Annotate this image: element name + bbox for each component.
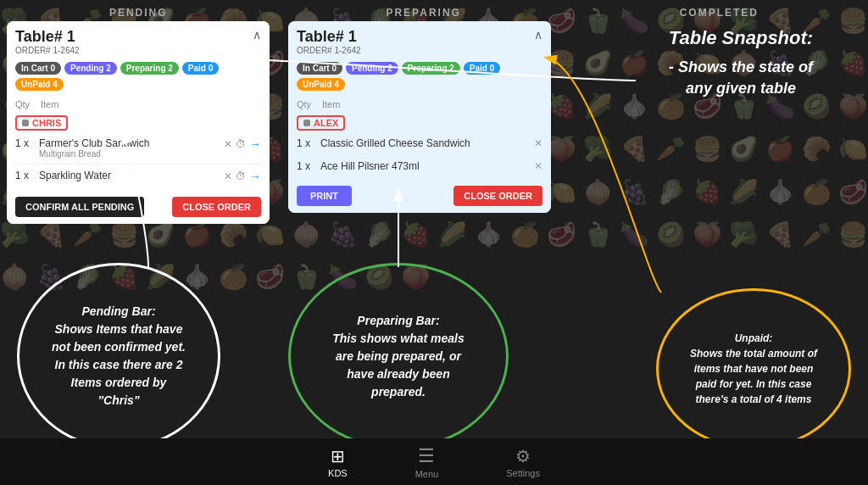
server-dot — [22, 120, 29, 126]
preparing-item-2-name: Ace Hill Pilsner 473ml — [320, 160, 534, 172]
print-button[interactable]: PRINT — [297, 186, 352, 206]
pending-card-title-block: Table# 1 ORDER# 1-2642 — [15, 28, 80, 55]
pending-divider — [15, 164, 261, 164]
bottom-navigation: ⊞ KDS ☰ Menu ⚙ Settings — [0, 438, 868, 485]
preparing-item-2: 1 x Ace Hill Pilsner 473ml ✕ — [297, 159, 542, 174]
preparing-card-chevron[interactable]: ∧ — [534, 28, 542, 42]
kds-label: KDS — [328, 468, 348, 478]
top-labels-bar: PENDING PREPARING COMPLETED — [0, 7, 868, 19]
preparing-card-footer: PRINT CLOSE ORDER — [288, 179, 551, 213]
annotation-unpaid-text: Unpaid:Shows the total amount ofitems th… — [690, 331, 817, 407]
pending-item-2-forward[interactable]: → — [249, 170, 261, 183]
preparing-badge-paid[interactable]: Paid 0 — [464, 62, 500, 75]
annotation-snapshot: Table Snapshot: - Shows the state ofany … — [631, 25, 851, 99]
pending-card-order: ORDER# 1-2642 — [15, 46, 80, 55]
badge-paid[interactable]: Paid 0 — [182, 62, 219, 75]
label-pending: PENDING — [109, 7, 168, 19]
preparing-item-1-actions: ✕ — [534, 137, 542, 149]
preparing-server-dot — [303, 120, 310, 126]
pending-item-2: 1 x Sparkling Water ✕ ⏱ → — [15, 168, 261, 185]
nav-kds[interactable]: ⊞ KDS — [328, 446, 348, 478]
badge-incart[interactable]: In Cart 0 — [15, 62, 61, 75]
annotation-pending-text: Pending Bar:Shows Items that havenot bee… — [52, 303, 186, 410]
preparing-server-tag: ALEX — [297, 115, 345, 131]
preparing-divider — [297, 154, 542, 155]
preparing-card: Table# 1 ORDER# 1-2642 ∧ In Cart 0 Pendi… — [288, 21, 551, 213]
preparing-badge-unpaid[interactable]: UnPaid 4 — [297, 78, 345, 91]
preparing-badge-preparing[interactable]: Preparing 2 — [402, 62, 460, 75]
badge-unpaid[interactable]: UnPaid 4 — [15, 78, 64, 91]
kds-icon: ⊞ — [331, 446, 345, 466]
preparing-item-2-remove[interactable]: ✕ — [534, 160, 542, 172]
preparing-card-header: Table# 1 ORDER# 1-2642 ∧ — [288, 21, 551, 59]
col-qty-label: Qty — [15, 99, 41, 109]
preparing-card-title: Table# 1 — [297, 28, 361, 46]
pending-card-header: Table# 1 ORDER# 1-2642 ∧ — [7, 21, 270, 59]
badge-pending[interactable]: Pending 2 — [64, 62, 117, 75]
nav-settings[interactable]: ⚙ Settings — [506, 446, 540, 478]
preparing-col-item-label: Item — [322, 99, 542, 109]
settings-icon: ⚙ — [515, 446, 531, 466]
label-completed: COMPLETED — [680, 7, 759, 19]
pending-table-content: Qty Item CHRIS 1 x Farmer's Club Sandwic… — [7, 96, 270, 190]
pending-card-chevron[interactable]: ∧ — [253, 28, 261, 42]
snapshot-title: Table Snapshot: — [631, 25, 851, 52]
pending-status-bar: In Cart 0 Pending 2 Preparing 2 Paid 0 U… — [7, 59, 270, 96]
preparing-item-1-qty: 1 x — [297, 137, 320, 149]
pending-item-2-timer[interactable]: ⏱ — [236, 170, 246, 182]
pending-item-2-qty: 1 x — [15, 170, 39, 181]
label-preparing: PREPARING — [386, 7, 460, 19]
preparing-close-order-button[interactable]: CLOSE ORDER — [453, 186, 542, 206]
pending-item-1-name: Farmer's Club Sandwich — [39, 137, 224, 149]
menu-icon: ☰ — [418, 445, 435, 467]
preparing-item-1-remove[interactable]: ✕ — [534, 137, 542, 149]
badge-preparing[interactable]: Preparing 2 — [120, 62, 179, 75]
pending-col-headers: Qty Item — [15, 99, 261, 111]
pending-item-2-remove[interactable]: ✕ — [224, 170, 232, 182]
pending-item-1: 1 x Farmer's Club Sandwich Multigrain Br… — [15, 136, 261, 160]
pending-server-name: CHRIS — [32, 118, 61, 128]
pending-item-2-name: Sparkling Water — [39, 170, 224, 181]
pending-item-1-actions: ✕ ⏱ → — [224, 137, 261, 151]
annotation-pending: Pending Bar:Shows Items that havenot bee… — [17, 263, 220, 449]
col-item-label: Item — [41, 99, 261, 109]
pending-server-tag: CHRIS — [15, 115, 68, 131]
snapshot-desc: - Shows the state ofany given table — [631, 57, 851, 99]
preparing-item-2-actions: ✕ — [534, 160, 542, 172]
preparing-status-bar: In Cart 0 Pending 2 Preparing 2 Paid 0 U… — [288, 59, 551, 96]
preparing-item-1-name: Classic Grilled Cheese Sandwich — [320, 137, 534, 149]
pending-item-1-name-block: Farmer's Club Sandwich Multigrain Bread — [39, 137, 224, 159]
preparing-server-name: ALEX — [314, 118, 338, 128]
preparing-item-2-name-block: Ace Hill Pilsner 473ml — [320, 160, 534, 172]
pending-item-1-remove[interactable]: ✕ — [224, 138, 232, 150]
pending-item-2-actions: ✕ ⏱ → — [224, 170, 261, 183]
preparing-badge-pending[interactable]: Pending 2 — [346, 62, 398, 75]
pending-card-title: Table# 1 — [15, 28, 80, 46]
preparing-card-order: ORDER# 1-2642 — [297, 46, 361, 55]
settings-label: Settings — [506, 468, 540, 478]
pending-card: Table# 1 ORDER# 1-2642 ∧ In Cart 0 Pendi… — [7, 21, 270, 224]
pending-item-1-forward[interactable]: → — [249, 137, 261, 151]
annotation-preparing: Preparing Bar:This shows what mealsare b… — [288, 263, 509, 449]
menu-label: Menu — [415, 469, 439, 479]
pending-card-footer: CONFIRM ALL PENDING CLOSE ORDER — [7, 190, 270, 224]
nav-menu[interactable]: ☰ Menu — [415, 445, 439, 479]
pending-close-order-button[interactable]: CLOSE ORDER — [172, 197, 261, 217]
preparing-col-headers: Qty Item — [297, 99, 542, 111]
pending-item-1-qty: 1 x — [15, 137, 39, 149]
preparing-table-content: Qty Item ALEX 1 x Classic Grilled Cheese… — [288, 96, 551, 179]
preparing-item-1: 1 x Classic Grilled Cheese Sandwich ✕ — [297, 136, 542, 151]
annotation-unpaid: Unpaid:Shows the total amount ofitems th… — [656, 288, 851, 449]
pending-item-2-name-block: Sparkling Water — [39, 170, 224, 181]
preparing-item-1-name-block: Classic Grilled Cheese Sandwich — [320, 137, 534, 149]
preparing-badge-incart[interactable]: In Cart 0 — [297, 62, 342, 75]
preparing-item-2-qty: 1 x — [297, 160, 320, 172]
confirm-all-button[interactable]: CONFIRM ALL PENDING — [15, 197, 144, 217]
pending-item-1-sub: Multigrain Bread — [39, 149, 224, 159]
annotation-preparing-text: Preparing Bar:This shows what mealsare b… — [332, 312, 465, 401]
preparing-card-title-block: Table# 1 ORDER# 1-2642 — [297, 28, 361, 55]
pending-item-1-timer[interactable]: ⏱ — [236, 138, 246, 150]
preparing-col-qty-label: Qty — [297, 99, 322, 109]
